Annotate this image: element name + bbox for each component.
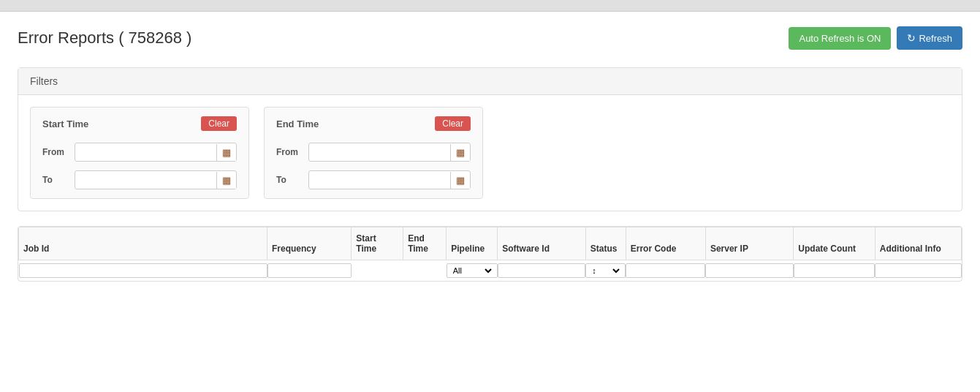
th-end-time: End Time	[403, 227, 447, 260]
start-time-title: Start Time	[42, 118, 88, 129]
filter-end-time-cell	[403, 260, 447, 281]
th-job-id: Job Id	[19, 227, 267, 260]
start-time-to-input[interactable]	[75, 171, 216, 189]
filters-panel: Filters Start Time Clear From ▦	[18, 67, 962, 211]
filter-error-code-cell	[626, 260, 705, 281]
end-time-from-label: From	[276, 147, 303, 157]
pipeline-select-wrapper: All	[447, 263, 498, 278]
filters-header: Filters	[18, 68, 962, 95]
filter-frequency-input[interactable]	[267, 263, 352, 278]
start-time-to-label: To	[42, 175, 69, 185]
start-time-from-input[interactable]	[75, 143, 216, 161]
filter-update-count-input[interactable]	[794, 263, 875, 278]
end-time-box: End Time Clear From ▦ To	[264, 107, 483, 199]
th-update-count: Update Count	[794, 227, 875, 260]
start-time-clear-button[interactable]: Clear	[201, 116, 237, 131]
filter-job-id-cell	[19, 260, 267, 281]
main-content: Error Reports ( 758268 ) Auto Refresh is…	[0, 12, 980, 296]
start-time-from-calendar-icon[interactable]: ▦	[216, 144, 236, 161]
filter-start-time-cell	[352, 260, 403, 281]
end-time-to-label: To	[276, 175, 303, 185]
header-row: Error Reports ( 758268 ) Auto Refresh is…	[18, 26, 962, 50]
table-header-row: Job Id Frequency Start Time End Time Pip…	[19, 227, 962, 260]
th-software-id: Software Id	[498, 227, 585, 260]
th-status: Status	[585, 227, 626, 260]
filter-software-id-cell	[498, 260, 585, 281]
th-additional-info: Additional Info	[875, 227, 961, 260]
th-server-ip: Server IP	[705, 227, 793, 260]
start-time-header: Start Time Clear	[42, 116, 237, 131]
end-time-title: End Time	[276, 118, 319, 129]
filters-title: Filters	[30, 75, 58, 87]
refresh-icon: ↻	[907, 32, 916, 44]
filter-server-ip-cell	[705, 260, 793, 281]
calendar-icon-glyph2: ▦	[222, 175, 231, 186]
calendar-icon-glyph: ▦	[222, 147, 231, 158]
status-select-wrapper: ↕	[585, 263, 626, 278]
top-bar	[0, 0, 980, 12]
auto-refresh-button[interactable]: Auto Refresh is ON	[789, 27, 891, 50]
th-pipeline: Pipeline	[447, 227, 498, 260]
end-time-from-input[interactable]	[309, 143, 450, 161]
end-time-to-row: To ▦	[276, 170, 471, 189]
calendar-icon-glyph4: ▦	[456, 175, 465, 186]
filter-status-cell: ↕	[585, 260, 626, 281]
filter-additional-info-input[interactable]	[875, 263, 961, 278]
refresh-label: Refresh	[919, 33, 952, 44]
filter-pipeline-cell: All	[447, 260, 498, 281]
end-time-from-calendar-icon[interactable]: ▦	[450, 144, 470, 161]
filters-body: Start Time Clear From ▦ To	[18, 95, 962, 211]
start-time-box: Start Time Clear From ▦ To	[30, 107, 249, 199]
th-start-time: Start Time	[352, 227, 403, 260]
header-actions: Auto Refresh is ON ↻ Refresh	[789, 26, 962, 50]
end-time-from-input-wrapper: ▦	[308, 143, 471, 162]
start-time-to-input-wrapper: ▦	[75, 170, 237, 189]
start-time-to-row: To ▦	[42, 170, 237, 189]
filter-update-count-cell	[794, 260, 875, 281]
end-time-to-input[interactable]	[309, 171, 450, 189]
table-filter-row: All ↕	[19, 260, 962, 281]
filter-software-id-input[interactable]	[498, 263, 585, 278]
end-time-to-calendar-icon[interactable]: ▦	[450, 172, 470, 189]
refresh-button[interactable]: ↻ Refresh	[897, 26, 962, 50]
table-section: Job Id Frequency Start Time End Time Pip…	[18, 226, 962, 282]
end-time-clear-button[interactable]: Clear	[435, 116, 471, 131]
page-title: Error Reports ( 758268 )	[18, 29, 191, 48]
end-time-from-row: From ▦	[276, 143, 471, 162]
filter-job-id-input[interactable]	[19, 263, 267, 278]
filter-additional-info-cell	[875, 260, 961, 281]
start-time-from-row: From ▦	[42, 143, 237, 162]
filter-server-ip-input[interactable]	[705, 263, 793, 278]
start-time-from-input-wrapper: ▦	[75, 143, 237, 162]
start-time-to-calendar-icon[interactable]: ▦	[216, 172, 236, 189]
error-reports-table: Job Id Frequency Start Time End Time Pip…	[18, 227, 962, 281]
calendar-icon-glyph3: ▦	[456, 147, 465, 158]
filter-error-code-input[interactable]	[626, 263, 705, 278]
end-time-header: End Time Clear	[276, 116, 471, 131]
filter-frequency-cell	[267, 260, 352, 281]
th-frequency: Frequency	[267, 227, 352, 260]
th-error-code: Error Code	[626, 227, 705, 260]
end-time-to-input-wrapper: ▦	[308, 170, 471, 189]
start-time-from-label: From	[42, 147, 69, 157]
status-select[interactable]: ↕	[589, 265, 622, 276]
pipeline-select[interactable]: All	[450, 265, 494, 276]
